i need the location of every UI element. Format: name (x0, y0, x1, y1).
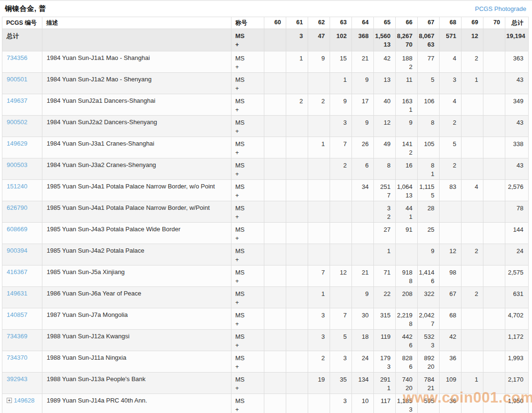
pcgs-number-link[interactable]: 149628 (14, 397, 34, 404)
grade-count: 91 (406, 226, 412, 233)
pcgs-photograde-link[interactable]: PCGS Photograde (475, 5, 526, 12)
designation-cell: MS+ (231, 201, 264, 223)
grade-count: 141 (402, 140, 412, 148)
grade-62-cell (308, 158, 330, 180)
grade-66-cell (396, 244, 418, 266)
grade-count: 42 (450, 333, 456, 340)
expand-icon[interactable]: + (7, 398, 12, 403)
grade-67-cell: 595 (418, 394, 440, 413)
grade-69-cell (462, 158, 483, 180)
pcgs-number-link[interactable]: 734369 (7, 333, 27, 340)
pcgs-number-link[interactable]: 151240 (7, 183, 27, 190)
grade-count: 119 (381, 333, 391, 340)
grade-64-cell: 10 (352, 394, 374, 413)
grade-68-cell: 12 (440, 244, 462, 266)
designation-ms: MS (235, 247, 260, 256)
total-label-cell: 总计 (2, 29, 42, 51)
grade-69-cell (462, 308, 483, 330)
grade-66-cell: 1882 (396, 51, 418, 73)
pcgs-id-cell: 149637 (2, 94, 42, 116)
designation-ms: MS (235, 333, 260, 341)
pcgs-number-link[interactable]: 416367 (7, 268, 27, 275)
pcgs-number-link[interactable]: 734370 (7, 354, 27, 361)
grade-plus-count: 3 (419, 341, 434, 350)
grade-count: 26 (362, 140, 369, 148)
grade-69-cell (462, 330, 483, 351)
designation-cell: MS+ (231, 351, 264, 373)
row-total-cell: 338 (505, 137, 529, 158)
grade-count: 188 (402, 55, 412, 62)
designation-ms: MS (235, 311, 260, 320)
grade-70-cell (483, 394, 505, 413)
description-cell: 1985 Yuan Sun-J5a Xinjiang (42, 266, 231, 287)
grade-plus-count: 7 (419, 320, 434, 328)
description-cell: 1986 Yuan Sun-J6a Year of Peace (42, 287, 231, 308)
pcgs-number-link[interactable]: 900502 (7, 118, 27, 126)
grade-count: 251 (380, 183, 391, 190)
pcgs-id-cell: 151240 (2, 180, 42, 201)
grade-66-cell: 1412 (396, 137, 418, 158)
grade-70-cell (483, 51, 505, 73)
grade-67-cell: 9 (418, 244, 440, 266)
grade-plus-count: 7 (375, 191, 391, 200)
grade-count: 21 (362, 269, 369, 276)
grade-70-cell (483, 351, 505, 373)
grade-count: 44 (406, 205, 412, 212)
designation-cell: MS+ (231, 116, 264, 137)
grade-67-cell: 77 (418, 51, 440, 73)
grade-count: 30 (362, 312, 369, 319)
designation-ms: MS (235, 204, 260, 213)
grade-60-cell (264, 373, 286, 394)
grade-60-cell (264, 137, 286, 158)
grade-66-cell: 9188 (396, 266, 418, 287)
grade-count: 8,067 (419, 32, 434, 39)
grade-count: 2 (321, 98, 325, 105)
grade-count: 22 (384, 290, 391, 297)
designation-ms: MS (235, 161, 260, 170)
grade-66-cell: 16 (396, 158, 418, 180)
grade-65-cell: 2517 (374, 180, 396, 201)
pcgs-id-cell: +149628 (2, 394, 42, 413)
grade-count: 19 (318, 376, 325, 383)
grade-count: 9 (431, 247, 434, 255)
grade-65-cell: 32 (374, 201, 396, 223)
pcgs-number-link[interactable]: 140857 (7, 311, 27, 318)
row-total: 2,576 (508, 183, 523, 190)
pcgs-number-link[interactable]: 734356 (7, 54, 27, 61)
designation-plus: + (235, 106, 260, 114)
row-total: 144 (513, 226, 523, 233)
grade-68-cell: 3 (440, 73, 462, 94)
grade-66-cell: 91 (396, 223, 418, 244)
pcgs-number-link[interactable]: 392943 (7, 375, 27, 383)
grade-60-cell (264, 330, 286, 351)
row-total: 19,194 (506, 32, 525, 39)
grade-count: 1 (321, 140, 325, 148)
grade-count: 2 (453, 119, 456, 126)
grade-63-cell: 7 (330, 137, 352, 158)
grade-62-cell: 47 (308, 29, 330, 51)
pcgs-number-link[interactable]: 900394 (7, 247, 27, 254)
grade-70-cell (483, 373, 505, 394)
designation-ms: MS (235, 226, 260, 234)
pcgs-number-link[interactable]: 626790 (7, 204, 27, 211)
grade-count: 532 (424, 333, 434, 340)
grade-64-cell: 9 (352, 287, 374, 308)
pcgs-number-link[interactable]: 608669 (7, 226, 27, 233)
grade-count: 10 (362, 397, 369, 404)
grade-count: 2 (453, 162, 456, 169)
pcgs-number-link[interactable]: 149631 (7, 290, 27, 297)
row-total: 78 (517, 205, 523, 212)
row-total: 631 (513, 290, 523, 297)
row-total-cell: 24 (505, 244, 529, 266)
pcgs-number-link[interactable]: 149637 (7, 97, 27, 104)
pcgs-number-link[interactable]: 149629 (7, 140, 27, 147)
grade-60-cell (264, 287, 286, 308)
pcgs-number-link[interactable]: 900503 (7, 161, 27, 168)
grade-count: 9 (409, 119, 412, 126)
grade-69-cell: 1 (462, 73, 483, 94)
grade-count: 13 (384, 76, 391, 83)
grade-68-cell: 109 (440, 373, 462, 394)
pcgs-number-link[interactable]: 900501 (7, 76, 27, 83)
grade-70-cell (483, 308, 505, 330)
description-cell: 1984 Yuan Sun-J1a1 Mao - Shanghai (42, 51, 231, 73)
